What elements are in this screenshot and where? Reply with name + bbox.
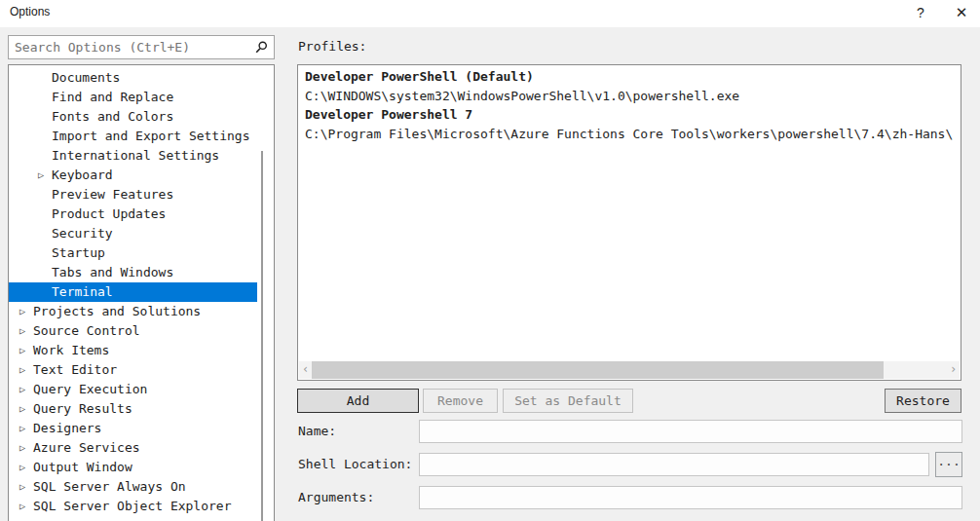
expander-icon[interactable]: ▷ — [19, 302, 25, 321]
expander-icon[interactable]: ▷ — [19, 458, 25, 477]
tree-item-label: Documents — [9, 70, 120, 85]
tree-item-source-control[interactable]: ▷Source Control — [9, 321, 257, 341]
expander-icon[interactable]: ▷ — [19, 497, 25, 516]
profiles-list-panel: Developer PowerShell (Default)C:\WINDOWS… — [297, 64, 961, 381]
options-dialog: { "window": { "title": "Options", "help_… — [0, 0, 980, 521]
tree-item-output-window[interactable]: ▷Output Window — [9, 458, 257, 477]
tree-item-label: Azure Services — [9, 440, 140, 455]
tree-item-label: Output Window — [9, 460, 132, 474]
scroll-right-icon[interactable]: › — [947, 361, 960, 379]
tree-item-label: International Settings — [9, 148, 219, 163]
tree-item-security[interactable]: Security — [9, 224, 257, 243]
window-title: Options — [10, 5, 50, 19]
expander-icon[interactable]: ▷ — [19, 438, 25, 458]
set-as-default-button: Set as Default — [503, 389, 633, 413]
tree-item-label: Projects and Solutions — [9, 304, 201, 318]
tree-item-projects-and-solutions[interactable]: ▷Projects and Solutions — [9, 302, 257, 321]
tree-item-startup[interactable]: Startup — [9, 243, 257, 263]
tree-item-find-and-replace[interactable]: Find and Replace — [9, 88, 257, 107]
expander-icon[interactable]: ▷ — [19, 419, 25, 438]
tree-item-keyboard[interactable]: ▷Keyboard — [9, 166, 257, 185]
tree-item-label: Keyboard — [9, 167, 113, 182]
tree-item-query-execution[interactable]: ▷Query Execution — [9, 380, 257, 399]
tree-item-designers[interactable]: ▷Designers — [9, 419, 257, 438]
tree-item-fonts-and-colors[interactable]: Fonts and Colors — [9, 107, 257, 127]
arguments-field[interactable] — [419, 486, 962, 509]
tree-item-documents[interactable]: Documents — [9, 68, 257, 88]
name-field[interactable] — [419, 420, 962, 443]
expander-icon[interactable]: ▷ — [19, 477, 25, 497]
expander-icon[interactable]: ▷ — [19, 321, 25, 341]
search-icon — [254, 40, 269, 55]
scroll-left-icon[interactable]: ‹ — [299, 361, 312, 379]
shell-location-label: Shell Location: — [298, 453, 412, 476]
tree-item-label: Tabs and Windows — [9, 265, 173, 279]
scrollbar-thumb[interactable] — [312, 361, 884, 379]
search-placeholder: Search Options (Ctrl+E) — [15, 36, 190, 58]
tree-item-query-results[interactable]: ▷Query Results — [9, 399, 257, 419]
remove-button: Remove — [423, 389, 498, 413]
profiles-horizontal-scrollbar[interactable]: ‹ › — [299, 361, 960, 379]
tree-item-label: Security — [9, 226, 113, 241]
tree-item-product-updates[interactable]: Product Updates — [9, 205, 257, 224]
titlebar: Options ? ✕ — [0, 0, 980, 27]
expander-icon[interactable]: ▷ — [19, 380, 25, 399]
expander-icon[interactable]: ▷ — [19, 360, 25, 380]
profiles-label: Profiles: — [298, 39, 366, 54]
add-button[interactable]: Add — [297, 389, 419, 413]
profile-name: Developer PowerShell (Default) — [305, 67, 961, 87]
profile-name: Developer Powershell 7 — [305, 105, 961, 125]
tree-item-label: SQL Server Always On — [9, 479, 186, 494]
tree-item-terminal[interactable]: Terminal — [9, 282, 257, 302]
help-icon[interactable]: ? — [908, 0, 933, 25]
tree-item-sql-server-always-on[interactable]: ▷SQL Server Always On — [9, 477, 257, 497]
tree-vertical-scrollbar[interactable] — [261, 151, 263, 521]
profiles-list: Developer PowerShell (Default)C:\WINDOWS… — [298, 67, 961, 143]
tree-item-work-items[interactable]: ▷Work Items — [9, 341, 257, 360]
tree-item-label: SQL Server Object Explorer — [9, 499, 232, 513]
browse-button[interactable]: ... — [935, 452, 962, 477]
expander-icon[interactable]: ▷ — [38, 166, 44, 185]
tree-item-text-editor[interactable]: ▷Text Editor — [9, 360, 257, 380]
profile-item[interactable]: Developer PowerShell (Default)C:\WINDOWS… — [298, 67, 961, 105]
tree-item-label: Query Execution — [9, 382, 147, 396]
expander-icon[interactable]: ▷ — [19, 341, 25, 360]
tree-item-label: Source Control — [9, 323, 140, 338]
restore-button[interactable]: Restore — [885, 389, 961, 413]
shell-location-field[interactable] — [419, 453, 929, 476]
search-input[interactable]: Search Options (Ctrl+E) — [8, 35, 275, 59]
options-tree-panel: DocumentsFind and ReplaceFonts and Color… — [8, 64, 275, 521]
tree-item-azure-services[interactable]: ▷Azure Services — [9, 438, 257, 458]
tree-item-label: Preview Features — [9, 187, 173, 202]
arguments-label: Arguments: — [298, 486, 374, 509]
close-icon[interactable]: ✕ — [949, 0, 974, 25]
tree-item-label: Fonts and Colors — [9, 109, 173, 124]
profile-path: C:\WINDOWS\system32\WindowsPowerShell\v1… — [305, 87, 961, 105]
profile-path: C:\Program Files\Microsoft\Azure Functio… — [305, 125, 961, 143]
tree-item-import-and-export-settings[interactable]: Import and Export Settings — [9, 127, 257, 146]
name-label: Name: — [298, 420, 336, 443]
options-tree: DocumentsFind and ReplaceFonts and Color… — [9, 68, 274, 516]
tree-item-label: Import and Export Settings — [9, 129, 250, 143]
tree-item-preview-features[interactable]: Preview Features — [9, 185, 257, 205]
tree-item-tabs-and-windows[interactable]: Tabs and Windows — [9, 263, 257, 282]
tree-item-label: Find and Replace — [9, 90, 173, 104]
tree-item-label: Startup — [9, 245, 105, 260]
tree-item-label: Query Results — [9, 401, 132, 416]
profile-item[interactable]: Developer Powershell 7C:\Program Files\M… — [298, 105, 961, 143]
tree-item-label: Terminal — [9, 284, 113, 299]
tree-item-label: Product Updates — [9, 206, 166, 221]
tree-item-sql-server-object-explorer[interactable]: ▷SQL Server Object Explorer — [9, 497, 257, 516]
tree-item-international-settings[interactable]: International Settings — [9, 146, 257, 166]
expander-icon[interactable]: ▷ — [19, 399, 25, 419]
